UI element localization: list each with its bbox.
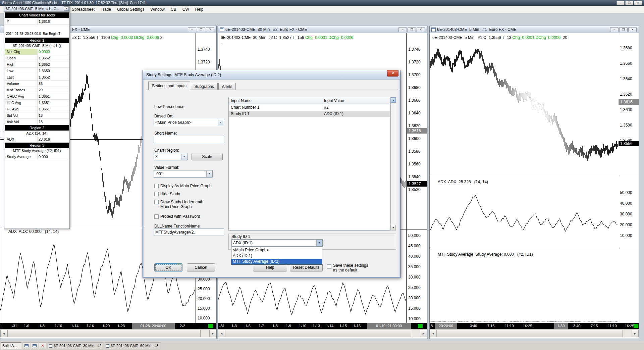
panel-row: Open1.3652 (5, 55, 69, 61)
input-table-scrollbar[interactable]: ▲ ▼ (390, 97, 396, 231)
main-titlebar[interactable]: Sierra Chart 1080 Chartbook5.cht - TT FI… (0, 0, 644, 6)
tab-subgraphs[interactable]: Subgraphs (191, 83, 218, 90)
menu-item-spreadsheet[interactable]: Spreadsheet (69, 6, 98, 13)
date-label: 7:15 (487, 324, 494, 328)
input-table-row[interactable]: Study ID 1ADX (ID:1) (229, 111, 390, 117)
minimize-button[interactable]: – (188, 27, 196, 32)
panel-row: Study Average0.000 (5, 154, 69, 160)
date-axis[interactable]: -311-61-81-101-141-161-201-2301-28 20:00… (0, 323, 216, 329)
scroll-down-icon[interactable]: ▼ (391, 225, 396, 230)
cancel-button[interactable]: Cancel (187, 263, 215, 271)
dropdown-option[interactable]: ADX (ID:1) (231, 253, 322, 259)
dropdown-option[interactable]: MTF Study Average (ID:2) (231, 259, 322, 264)
scroll-left-icon[interactable]: ◄ (218, 330, 225, 337)
save-default-checkbox[interactable] (327, 264, 331, 269)
close-button[interactable]: ✕ (206, 27, 214, 32)
date-axis[interactable]: -311-31-61-71-81-91-101-131-141-151-1601… (218, 323, 427, 329)
dialog-titlebar[interactable]: Study Settings: MTF Study Average (ID:2)… (143, 70, 400, 80)
menu-item-window[interactable]: Window (147, 6, 168, 13)
chart-window-right: 6E-201403-CME 5 Min #1 Euro FX - CME–❐✕6… (429, 26, 639, 339)
dll-name-input[interactable]: MTFStudyAverageV2. (154, 229, 224, 236)
input-table-row[interactable]: Chart Number 1#2 (229, 104, 390, 111)
indicator-label: 15.000 (198, 306, 210, 311)
tab-settings-and-inputs[interactable]: Settings and Inputs (148, 82, 190, 90)
header-text: 6E-201403-CME 30 Min #2 C=1.3527 T=156 (221, 35, 305, 40)
based-on-combo[interactable]: <Main Price Graph> ▼ (154, 119, 224, 126)
horizontal-scrollbar[interactable]: ◄► (430, 329, 639, 337)
maximize-button[interactable]: ❐ (619, 27, 628, 32)
scrollbar-thumb[interactable] (7, 330, 201, 337)
price-label: 1.3740 (408, 47, 421, 52)
menu-item-cb[interactable]: CB (168, 6, 179, 13)
horizontal-scrollbar[interactable]: ◄► (218, 329, 427, 337)
scroll-up-icon[interactable]: ▲ (391, 97, 396, 103)
indicator-label: 10.000 (408, 316, 421, 321)
minimize-button[interactable]: – (610, 27, 619, 32)
chart-region-combo[interactable]: 3 ▼ (154, 153, 187, 160)
close-x-icon: ✕ (41, 344, 44, 348)
taskbar-build-button[interactable]: Build A... (1, 342, 21, 349)
new-window-icon[interactable] (31, 342, 38, 349)
change-value: DChg=0.0006 (328, 35, 353, 40)
panel-row: Net Chg0.0000 (5, 49, 69, 55)
chevron-down-icon[interactable]: ▼ (316, 240, 322, 246)
close-chart-icon[interactable]: ✕ (39, 342, 46, 349)
last-price-box: 1.3556 (619, 141, 639, 146)
restore-window-icon[interactable] (23, 342, 30, 349)
ok-button[interactable]: OK (154, 263, 182, 271)
window-titlebar[interactable]: 6E-201403-CME 30 Min #2 Euro FX - CME–❐✕ (218, 26, 427, 33)
panel-titlebar[interactable]: 6E-201403-CME 5 Min #1 - C... ✕ (4, 6, 69, 12)
menu-item-help[interactable]: Help (192, 6, 207, 13)
dropdown-option[interactable]: <Main Price Graph> (231, 247, 322, 253)
maximize-button[interactable]: ❐ (197, 27, 205, 32)
scroll-right-icon[interactable]: ► (420, 330, 427, 337)
indicator-label: 10.000 (198, 316, 210, 320)
menu-item-cw[interactable]: CW (179, 6, 192, 13)
scale-button[interactable]: Scale (192, 153, 223, 160)
scrollbar-thumb[interactable] (437, 330, 623, 337)
checkbox[interactable] (154, 214, 159, 219)
minimize-button[interactable]: – (398, 27, 407, 32)
price-label: 1.3640 (620, 77, 632, 81)
tab-alerts[interactable]: Alerts (218, 83, 236, 90)
chart-area[interactable] (430, 33, 618, 323)
taskbar-chart-tab[interactable]: 6E-201403-CME 30 Min #2 (48, 342, 103, 349)
taskbar-tab-label: 6E-201403-CME 60 Min #3 (111, 344, 158, 348)
chevron-down-icon[interactable]: ▼ (181, 154, 187, 160)
taskbar-chart-tab[interactable]: 6E-201403-CME 60 Min #3 (105, 342, 160, 349)
menu-item-global-settings[interactable]: Global Settings (114, 6, 147, 13)
scroll-left-icon[interactable]: ◄ (0, 330, 7, 337)
scrollbar-thumb[interactable] (225, 330, 411, 337)
app-minimize-button[interactable]: – (616, 1, 625, 5)
menu-item-trade[interactable]: Trade (98, 6, 114, 13)
panel-close-icon[interactable]: ✕ (64, 6, 69, 11)
date-axis[interactable]: 820:20:003:407:1511:1016:251-303:407:151… (430, 323, 639, 329)
status-green-box (634, 324, 638, 328)
price-scale[interactable]: 1.37401.37201.37001.36801.36601.36401.36… (406, 33, 427, 323)
app-maximize-button[interactable]: ❐ (625, 1, 633, 5)
scroll-left-icon[interactable]: ◄ (430, 330, 437, 337)
chevron-down-icon[interactable]: ▼ (218, 119, 223, 126)
dialog-close-icon[interactable]: ✕ (387, 70, 398, 77)
scroll-right-icon[interactable]: ► (632, 330, 639, 337)
chart-region-value: 3 (155, 154, 158, 159)
app-close-button[interactable]: ✕ (634, 1, 642, 5)
study-id-combo[interactable]: ADX (ID:1) ▼ (231, 239, 323, 247)
horizontal-scrollbar[interactable]: ◄► (0, 329, 216, 337)
checkbox[interactable] (154, 200, 159, 204)
close-button[interactable]: ✕ (628, 27, 637, 32)
scroll-right-icon[interactable]: ► (209, 330, 216, 337)
date-label: 1-15 (339, 324, 347, 328)
price-scale[interactable]: 1.36801.36601.36401.36201.36001.35801.35… (618, 33, 639, 323)
checkbox[interactable] (154, 184, 159, 188)
value-format-combo[interactable]: .001 ▼ (154, 170, 213, 178)
checkbox[interactable] (154, 192, 159, 196)
close-button[interactable]: ✕ (417, 27, 425, 32)
study-id-dropdown-list[interactable]: <Main Price Graph>ADX (ID:1)MTF Study Av… (231, 247, 322, 265)
maximize-button[interactable]: ❐ (408, 27, 416, 32)
short-name-input[interactable] (154, 136, 224, 143)
window-titlebar[interactable]: 6E-201403-CME 5 Min #1 Euro FX - CME–❐✕ (430, 26, 639, 33)
chevron-down-icon[interactable]: ▼ (206, 171, 212, 177)
input-table[interactable]: Input Name Input Value Chart Number 1#2S… (228, 97, 390, 231)
panel-section-header: Region 2 (5, 125, 69, 131)
